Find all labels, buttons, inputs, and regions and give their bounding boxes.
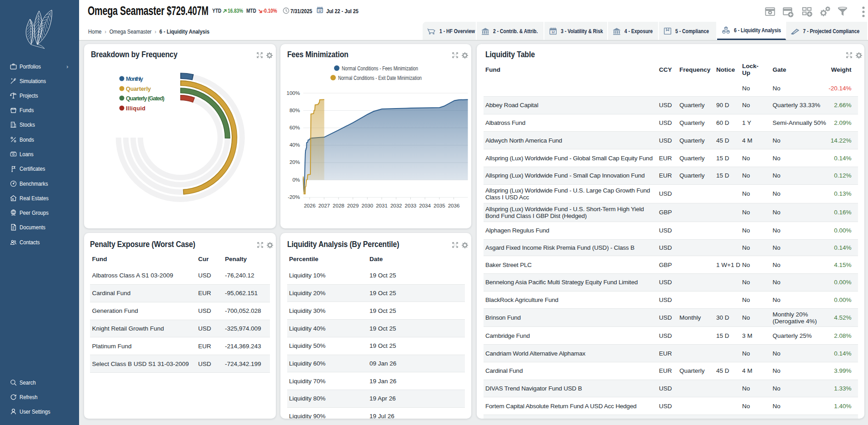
svg-text:Normal Conditions - Exit Date: Normal Conditions - Exit Date Minimizati…: [338, 75, 422, 81]
svg-text:2033: 2033: [405, 203, 417, 208]
svg-text:2030: 2030: [362, 203, 374, 208]
svg-text:2035: 2035: [434, 203, 445, 208]
svg-text:12: 12: [318, 9, 322, 12]
svg-text:20%: 20%: [289, 159, 300, 165]
svg-text:Monthly: Monthly: [126, 76, 143, 82]
svg-text:2026: 2026: [304, 203, 316, 208]
svg-text:2028: 2028: [333, 203, 344, 208]
svg-text:12: 12: [551, 30, 555, 34]
svg-text:Quarterly (Gated): Quarterly (Gated): [126, 95, 165, 102]
svg-text:2034: 2034: [419, 203, 431, 208]
svg-text:2036: 2036: [448, 203, 460, 208]
svg-text:2027: 2027: [318, 203, 330, 208]
svg-text:2032: 2032: [390, 203, 402, 208]
svg-text:Quarterly: Quarterly: [126, 86, 151, 92]
svg-text:60%: 60%: [289, 125, 300, 130]
svg-text:80%: 80%: [289, 108, 300, 113]
svg-text:Normal Conditions - Fees Minim: Normal Conditions - Fees Minimization: [342, 65, 418, 72]
svg-text:Illiquid: Illiquid: [126, 105, 145, 112]
svg-text:2029: 2029: [347, 203, 359, 208]
svg-text:0%: 0%: [292, 177, 300, 183]
svg-text:100%: 100%: [287, 90, 300, 96]
svg-text:2031: 2031: [376, 203, 388, 208]
svg-text:-20%: -20%: [288, 194, 300, 200]
svg-text:40%: 40%: [289, 142, 300, 148]
